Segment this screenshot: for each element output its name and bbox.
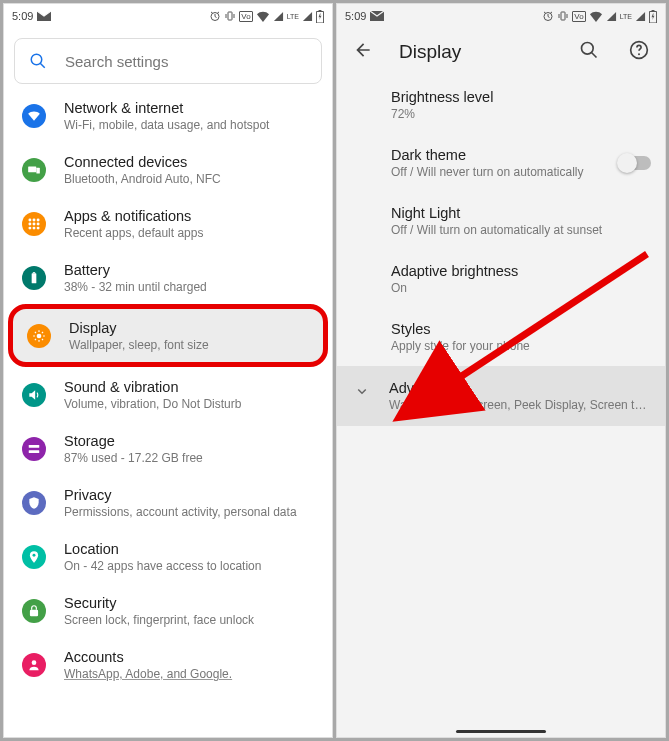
option-advanced[interactable]: Advanced Wallpaper, Full screen, Peek Di… bbox=[337, 366, 665, 426]
signal2-icon bbox=[635, 11, 646, 22]
setting-network[interactable]: Network & internetWi-Fi, mobile, data us… bbox=[4, 88, 332, 142]
search-settings-input[interactable]: Search settings bbox=[14, 38, 322, 84]
volume-icon bbox=[22, 383, 46, 407]
signal2-icon bbox=[302, 11, 313, 22]
setting-location[interactable]: LocationOn - 42 apps have access to loca… bbox=[4, 529, 332, 583]
arrow-back-icon bbox=[353, 40, 373, 60]
vibrate-icon bbox=[224, 10, 236, 22]
account-icon bbox=[22, 653, 46, 677]
signal-icon bbox=[273, 11, 284, 22]
privacy-icon bbox=[22, 491, 46, 515]
signal-icon bbox=[606, 11, 617, 22]
search-icon bbox=[29, 52, 47, 70]
svg-point-8 bbox=[33, 218, 36, 221]
svg-point-15 bbox=[37, 227, 40, 230]
svg-point-7 bbox=[28, 218, 31, 221]
option-styles[interactable]: Styles Apply style for your phone bbox=[337, 308, 665, 366]
setting-battery[interactable]: Battery38% - 32 min until charged bbox=[4, 250, 332, 304]
svg-rect-20 bbox=[29, 450, 40, 453]
status-time: 5:09 bbox=[12, 10, 33, 22]
apps-icon bbox=[22, 212, 46, 236]
battery-icon bbox=[649, 10, 657, 23]
back-button[interactable] bbox=[349, 36, 377, 68]
lte-label: LTE bbox=[287, 13, 299, 20]
svg-rect-19 bbox=[29, 445, 40, 448]
brightness-icon bbox=[27, 324, 51, 348]
battery-icon bbox=[22, 266, 46, 290]
setting-privacy[interactable]: PrivacyPermissions, account activity, pe… bbox=[4, 475, 332, 529]
status-bar: 5:09 Vo LTE bbox=[337, 4, 665, 28]
svg-point-14 bbox=[33, 227, 36, 230]
option-night-light[interactable]: Night Light Off / Will turn on automatic… bbox=[337, 192, 665, 250]
svg-point-10 bbox=[28, 223, 31, 226]
lte-label: LTE bbox=[620, 13, 632, 20]
settings-list: Network & internetWi-Fi, mobile, data us… bbox=[4, 88, 332, 737]
option-dark-theme[interactable]: Dark theme Off / Will never turn on auto… bbox=[337, 134, 665, 192]
highlight-display: DisplayWallpaper, sleep, font size bbox=[8, 304, 328, 367]
lock-icon bbox=[22, 599, 46, 623]
svg-rect-1 bbox=[228, 12, 232, 20]
devices-icon bbox=[22, 158, 46, 182]
svg-point-13 bbox=[28, 227, 31, 230]
alarm-icon bbox=[209, 10, 221, 22]
svg-rect-22 bbox=[30, 610, 38, 616]
svg-rect-3 bbox=[319, 10, 322, 11]
svg-point-18 bbox=[37, 334, 42, 339]
settings-main-screen: 5:09 Vo LTE Search settings Network & in… bbox=[3, 3, 333, 738]
svg-point-30 bbox=[638, 53, 640, 55]
display-options: Brightness level 72% Dark theme Off / Wi… bbox=[337, 76, 665, 737]
appbar: Display bbox=[337, 28, 665, 76]
chevron-down-icon bbox=[353, 382, 371, 404]
wifi-icon bbox=[589, 11, 603, 22]
alarm-icon bbox=[542, 10, 554, 22]
status-bar: 5:09 Vo LTE bbox=[4, 4, 332, 28]
help-icon bbox=[629, 40, 649, 60]
setting-sound[interactable]: Sound & vibrationVolume, vibration, Do N… bbox=[4, 367, 332, 421]
mail-icon bbox=[370, 11, 384, 21]
svg-point-23 bbox=[32, 660, 37, 665]
setting-apps[interactable]: Apps & notificationsRecent apps, default… bbox=[4, 196, 332, 250]
svg-rect-27 bbox=[652, 10, 655, 11]
search-placeholder: Search settings bbox=[65, 53, 168, 70]
svg-point-9 bbox=[37, 218, 40, 221]
setting-display[interactable]: DisplayWallpaper, sleep, font size bbox=[13, 309, 323, 362]
option-adaptive-brightness[interactable]: Adaptive brightness On bbox=[337, 250, 665, 308]
vo-label: Vo bbox=[572, 11, 585, 22]
svg-point-4 bbox=[31, 54, 42, 65]
svg-rect-6 bbox=[36, 168, 40, 174]
setting-storage[interactable]: Storage87% used - 17.22 GB free bbox=[4, 421, 332, 475]
battery-icon bbox=[316, 10, 324, 23]
svg-rect-16 bbox=[32, 273, 37, 283]
svg-rect-5 bbox=[28, 167, 36, 173]
svg-point-28 bbox=[582, 43, 594, 55]
page-title: Display bbox=[399, 41, 461, 63]
wifi-icon bbox=[22, 104, 46, 128]
svg-point-12 bbox=[37, 223, 40, 226]
setting-accounts[interactable]: AccountsWhatsApp, Adobe, and Google. bbox=[4, 637, 332, 691]
help-button[interactable] bbox=[625, 36, 653, 68]
search-icon bbox=[579, 40, 599, 60]
svg-rect-17 bbox=[33, 272, 35, 273]
mail-icon bbox=[37, 11, 51, 21]
option-brightness[interactable]: Brightness level 72% bbox=[337, 76, 665, 134]
dark-theme-toggle[interactable] bbox=[619, 156, 651, 170]
status-time: 5:09 bbox=[345, 10, 366, 22]
vibrate-icon bbox=[557, 10, 569, 22]
search-button[interactable] bbox=[575, 36, 603, 68]
svg-rect-25 bbox=[561, 12, 565, 20]
vo-label: Vo bbox=[239, 11, 252, 22]
storage-icon bbox=[22, 437, 46, 461]
display-settings-screen: 5:09 Vo LTE Display Brightness level bbox=[336, 3, 666, 738]
setting-connected-devices[interactable]: Connected devicesBluetooth, Android Auto… bbox=[4, 142, 332, 196]
wifi-icon bbox=[256, 11, 270, 22]
setting-security[interactable]: SecurityScreen lock, fingerprint, face u… bbox=[4, 583, 332, 637]
svg-point-11 bbox=[33, 223, 36, 226]
nav-bar-pill[interactable] bbox=[456, 730, 546, 733]
location-icon bbox=[22, 545, 46, 569]
svg-point-21 bbox=[33, 554, 36, 557]
